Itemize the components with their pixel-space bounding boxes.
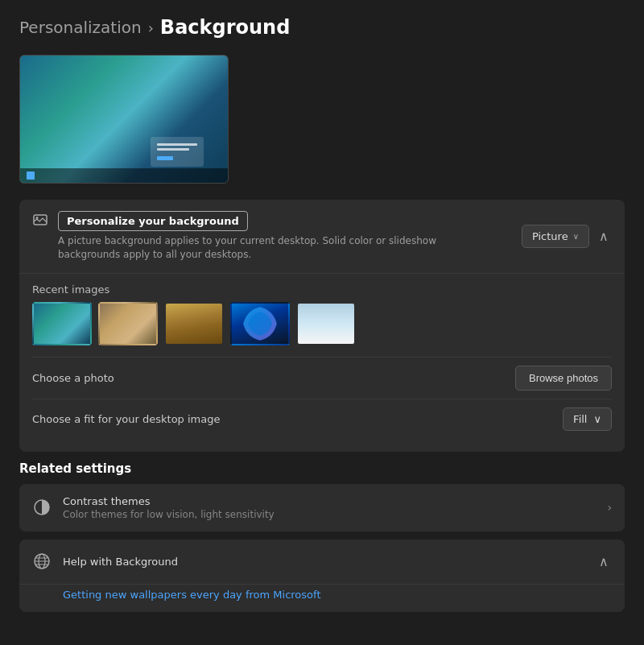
preview-button [157,156,173,160]
contrast-themes-title: Contrast themes [63,495,275,507]
header-right: Picture ∨ ∧ [522,225,612,248]
help-content: Getting new wallpapers every day from Mi… [19,584,625,612]
windows11-image [232,304,288,344]
svg-point-1 [36,217,39,219]
help-link[interactable]: Getting new wallpapers every day from Mi… [63,589,321,601]
recent-image-2[interactable] [98,302,158,345]
choose-fit-label: Choose a fit for your desktop image [32,413,221,425]
background-icon [32,213,48,229]
help-header[interactable]: Help with Background ∧ [19,540,625,584]
breadcrumb-parent[interactable]: Personalization [19,18,142,37]
dropdown-chevron-icon: ∨ [573,232,579,241]
recent-image-5[interactable] [296,302,356,345]
contrast-icon [32,498,52,517]
related-settings-card: Contrast themes Color themes for low vis… [19,484,625,531]
help-header-left: Help with Background [32,552,178,571]
collapse-button[interactable]: ∧ [596,225,612,247]
preview-doc-line-2 [157,148,189,151]
help-background-card: Help with Background ∧ Getting new wallp… [19,540,625,612]
lion-image [166,304,222,344]
help-title: Help with Background [63,556,178,568]
choose-fit-row: Choose a fit for your desktop image Fill… [32,399,612,439]
contrast-themes-left: Contrast themes Color themes for low vis… [32,495,275,520]
breadcrumb-separator: › [148,19,154,36]
picture-dropdown-value: Picture [532,230,568,242]
recent-image-1[interactable] [32,302,92,345]
fit-dropdown[interactable]: Fill ∨ [563,407,612,431]
desktop-preview [19,55,229,184]
preview-window-overlay [151,137,204,167]
section-text: Personalize your background A picture ba… [58,211,501,262]
preview-doc-line-1 [157,143,197,146]
choose-photo-label: Choose a photo [32,372,114,384]
preview-start-btn [27,172,35,180]
globe-icon [32,552,52,571]
contrast-themes-text: Contrast themes Color themes for low vis… [63,495,275,520]
breadcrumb: Personalization › Background [19,16,625,39]
penguin-image [298,304,354,344]
contrast-themes-subtitle: Color themes for low vision, light sensi… [63,509,275,520]
recent-images-label: Recent images [32,274,612,302]
contrast-themes-chevron-icon: › [607,501,612,514]
choose-photo-row: Choose a photo Browse photos [32,357,612,399]
preview-taskbar [20,168,228,183]
section-description: A picture background applies to your cur… [58,234,501,262]
personalize-label: Personalize your background [58,211,248,231]
browse-photos-button[interactable]: Browse photos [515,366,612,391]
contrast-themes-item[interactable]: Contrast themes Color themes for low vis… [19,484,625,531]
help-collapse-button[interactable]: ∧ [596,551,612,573]
related-settings-title: Related settings [19,461,625,476]
recent-image-3[interactable] [164,302,224,345]
section-content: Recent images [19,273,625,452]
section-header-left: Personalize your background A picture ba… [32,211,501,262]
recent-image-4[interactable] [230,302,290,345]
personalize-background-card: Personalize your background A picture ba… [19,200,625,452]
breadcrumb-current: Background [160,16,291,39]
personalize-section-header[interactable]: Personalize your background A picture ba… [19,200,625,273]
recent-images-grid [32,302,612,345]
fit-dropdown-value: Fill [573,413,587,425]
picture-dropdown[interactable]: Picture ∨ [522,225,589,248]
fit-chevron-icon: ∨ [593,413,601,425]
